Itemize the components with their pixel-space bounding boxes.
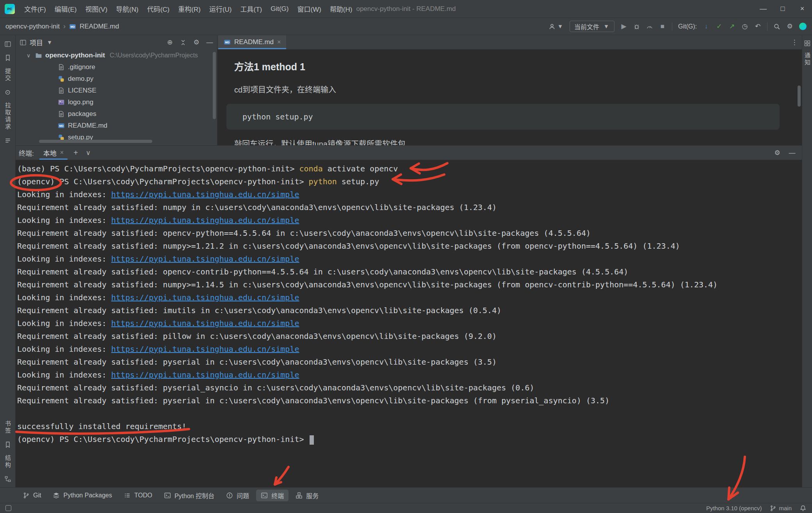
terminal-text: Requirement already satisfied: numpy>=1.… bbox=[17, 241, 680, 251]
menu-bar: 文件(F)编辑(E)视图(V)导航(N)代码(C)重构(R)运行(U)工具(T)… bbox=[20, 2, 356, 15]
menu-item[interactable]: 重构(R) bbox=[174, 2, 205, 15]
tree-item-logo.png[interactable]: logo.png bbox=[16, 96, 217, 108]
git-update-button[interactable]: ↓ bbox=[703, 23, 710, 30]
tree-item-LICENSE[interactable]: LICENSE bbox=[16, 85, 217, 96]
terminal-link[interactable]: https://pypi.tuna.tsinghua.edu.cn/simple bbox=[111, 370, 299, 379]
breadcrumb-project[interactable]: opencv-python-init bbox=[5, 23, 60, 30]
tool-button-git[interactable]: Git bbox=[18, 490, 46, 501]
git-commit-button[interactable]: ✓ bbox=[716, 23, 723, 30]
menu-item[interactable]: 工具(T) bbox=[237, 2, 266, 15]
project-options-button[interactable]: ⚙ bbox=[193, 39, 200, 46]
minimize-button[interactable]: — bbox=[753, 0, 773, 18]
menu-item[interactable]: 代码(C) bbox=[143, 2, 174, 15]
tree-item-demo.py[interactable]: demo.py bbox=[16, 73, 217, 85]
close-tab-icon[interactable]: × bbox=[277, 39, 281, 46]
menu-item[interactable]: 导航(N) bbox=[112, 2, 142, 15]
stripe-pull-requests-tool[interactable]: 拉取请求 bbox=[5, 102, 11, 130]
terminal-text: Requirement already satisfied: pyserial_… bbox=[17, 383, 534, 392]
maximize-button[interactable]: □ bbox=[773, 0, 792, 18]
editor-tab-readme[interactable]: MD README.md × bbox=[218, 35, 286, 49]
stripe-bookmarks-icon-tool-icon[interactable] bbox=[4, 441, 11, 448]
terminal-output[interactable]: (base) PS C:\Users\cody\PycharmProjects\… bbox=[16, 160, 802, 487]
menu-item[interactable]: 编辑(E) bbox=[51, 2, 81, 15]
stripe-structure-tool[interactable]: 结构 bbox=[5, 455, 11, 469]
user-menu[interactable]: ▾ bbox=[548, 23, 564, 30]
run-button[interactable]: ▶ bbox=[620, 23, 627, 30]
debug-button[interactable] bbox=[633, 23, 640, 30]
tree-item-label: demo.py bbox=[68, 75, 93, 83]
tree-item-.gitignore[interactable]: .gitignore bbox=[16, 61, 217, 73]
tool-button-problems[interactable]: 问题 bbox=[221, 490, 254, 501]
stripe-list-tool-icon[interactable] bbox=[4, 137, 11, 144]
tool-button-services[interactable]: 服务 bbox=[291, 490, 323, 501]
menu-item[interactable]: 运行(U) bbox=[205, 2, 236, 15]
tool-button-todo[interactable]: TODO bbox=[119, 490, 157, 501]
stripe-project-tool-icon[interactable] bbox=[4, 41, 11, 48]
terminal-link[interactable]: https://pypi.tuna.tsinghua.edu.cn/simple bbox=[111, 190, 299, 199]
run-config-selector[interactable]: 当前文件▾ bbox=[570, 21, 614, 32]
python-interpreter-widget[interactable]: Python 3.10 (opencv) bbox=[706, 505, 762, 511]
md-icon: MD bbox=[58, 122, 65, 129]
terminal-text: python bbox=[309, 177, 337, 186]
stripe-commit-tool[interactable]: 提交 bbox=[5, 68, 11, 82]
search-everywhere-button[interactable] bbox=[773, 23, 780, 30]
stripe-structure-icon-tool-icon[interactable] bbox=[4, 476, 11, 483]
locate-button[interactable]: ⊕ bbox=[166, 39, 173, 46]
tool-button-python-console[interactable]: Python 控制台 bbox=[159, 490, 219, 501]
menu-item[interactable]: 视图(V) bbox=[81, 2, 111, 15]
chevron-down-icon[interactable]: ▾ bbox=[46, 39, 53, 46]
git-push-button[interactable]: ↗ bbox=[728, 23, 735, 30]
terminal-line: Requirement already satisfied: pyserial … bbox=[17, 356, 802, 369]
terminal-tab-local[interactable]: 本地 × bbox=[39, 146, 68, 160]
bottom-tool-bar: GitPython PackagesTODOPython 控制台问题终端服务 bbox=[0, 487, 812, 503]
tree-root[interactable]: ∨ opencv-python-init C:\Users\cody\Pycha… bbox=[16, 50, 217, 61]
terminal-settings-button[interactable]: ⚙ bbox=[774, 149, 781, 156]
close-button[interactable]: × bbox=[792, 0, 812, 18]
svg-text:MD: MD bbox=[70, 25, 75, 28]
rollback-button[interactable]: ↶ bbox=[754, 23, 761, 30]
terminal-line: Looking in indexes: https://pypi.tuna.ts… bbox=[17, 253, 802, 265]
terminal-link[interactable]: https://pypi.tuna.tsinghua.edu.cn/simple bbox=[111, 254, 299, 264]
expand-chevron-icon[interactable]: ∨ bbox=[27, 52, 32, 59]
project-tool-label[interactable]: 项目 bbox=[30, 37, 43, 47]
terminal-link[interactable]: https://pypi.tuna.tsinghua.edu.cn/simple bbox=[111, 319, 299, 328]
stripe-bookmarks-tool[interactable]: 书签 bbox=[5, 420, 11, 435]
settings-button[interactable]: ⚙ bbox=[786, 23, 793, 30]
code-with-me-button[interactable] bbox=[799, 23, 807, 30]
stripe-bookmark-tool-icon[interactable] bbox=[4, 54, 11, 61]
tool-button-python-packages[interactable]: Python Packages bbox=[48, 490, 117, 501]
editor-scrollbar[interactable] bbox=[798, 86, 801, 107]
terminal-link[interactable]: https://pypi.tuna.tsinghua.edu.cn/simple bbox=[111, 344, 299, 354]
profile-button[interactable] bbox=[646, 23, 653, 30]
terminal-link[interactable]: https://pypi.tuna.tsinghua.edu.cn/simple bbox=[111, 216, 299, 225]
close-tab-icon[interactable]: × bbox=[60, 149, 64, 156]
menu-item[interactable]: Git(G) bbox=[267, 4, 292, 14]
tree-horizontal-scrollbar[interactable] bbox=[39, 140, 152, 143]
tool-button-terminal[interactable]: 终端 bbox=[256, 490, 288, 501]
tree-item-label: LICENSE bbox=[68, 87, 96, 94]
breadcrumb-file[interactable]: README.md bbox=[80, 23, 119, 30]
stripe-target-tool-icon[interactable]: ⊙ bbox=[4, 89, 11, 96]
tree-vertical-scrollbar[interactable] bbox=[213, 52, 216, 119]
notifications-bell-icon[interactable] bbox=[800, 505, 807, 512]
history-button[interactable]: ◷ bbox=[741, 23, 748, 30]
git-branch-widget[interactable]: main bbox=[769, 505, 792, 512]
menu-item[interactable]: 帮助(H) bbox=[326, 2, 356, 15]
stop-button[interactable]: ■ bbox=[659, 23, 666, 30]
hide-terminal-button[interactable]: — bbox=[789, 149, 796, 156]
stripe-notifications-tool[interactable]: 通知 bbox=[804, 52, 810, 66]
layout-widget-icon[interactable] bbox=[5, 505, 11, 511]
file-icon bbox=[58, 64, 65, 71]
terminal-text: Looking in indexes: bbox=[17, 344, 111, 354]
terminal-link[interactable]: https://pypi.tuna.tsinghua.edu.cn/simple bbox=[111, 293, 299, 302]
menu-item[interactable]: 文件(F) bbox=[20, 2, 50, 15]
stripe-notifications-grid-icon[interactable] bbox=[804, 40, 811, 47]
collapse-all-button[interactable] bbox=[180, 39, 187, 46]
menu-item[interactable]: 窗口(W) bbox=[294, 2, 325, 15]
chevron-down-icon[interactable]: ∨ bbox=[85, 149, 92, 156]
tab-options-icon[interactable]: ⋮ bbox=[791, 39, 798, 46]
tree-item-packages[interactable]: packages bbox=[16, 108, 217, 120]
hide-project-button[interactable]: — bbox=[206, 39, 213, 46]
new-terminal-icon[interactable]: + bbox=[72, 149, 79, 156]
tree-item-README.md[interactable]: MDREADME.md bbox=[16, 120, 217, 132]
